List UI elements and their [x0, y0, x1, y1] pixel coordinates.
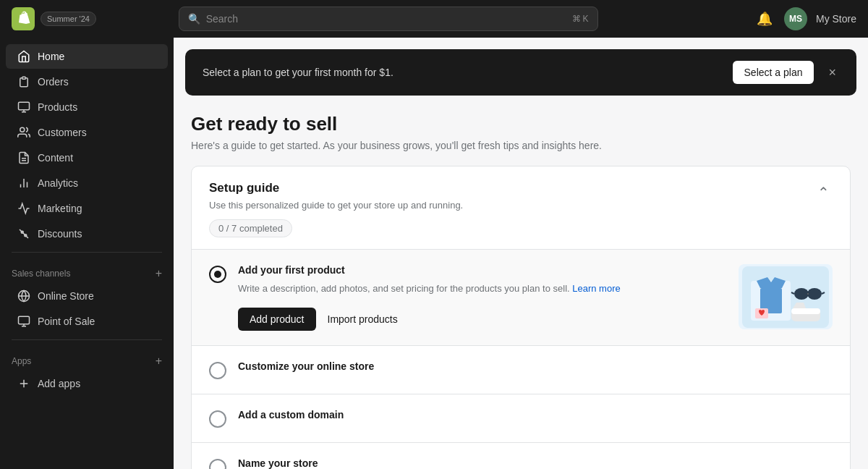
sidebar-item-label: Content: [38, 152, 73, 164]
setup-item-custom-domain[interactable]: Add a custom domain: [192, 394, 850, 443]
sidebar-item-add-apps[interactable]: Add apps: [6, 371, 168, 396]
item-title-name: Name your store: [238, 457, 833, 469]
add-apps-icon: [17, 377, 30, 390]
sales-channels-label: Sales channels +: [0, 258, 174, 283]
setup-card-header-content: Setup guide Use this personalized guide …: [209, 181, 463, 237]
notifications-button[interactable]: 🔔: [754, 8, 775, 30]
sidebar: Home Orders Products Customers: [0, 38, 174, 469]
search-bar[interactable]: 🔍 ⌘ K: [179, 7, 598, 31]
setup-guide-card: Setup guide Use this personalized guide …: [191, 166, 851, 469]
sidebar-item-content[interactable]: Content: [6, 145, 168, 170]
item-content-domain: Add a custom domain: [238, 409, 833, 426]
sidebar-item-discounts[interactable]: Discounts: [6, 221, 168, 246]
logo: Summer '24: [12, 7, 96, 30]
sidebar-item-home[interactable]: Home: [6, 44, 168, 69]
sidebar-item-label: Discounts: [38, 228, 82, 240]
search-input[interactable]: [206, 13, 566, 25]
item-check-add-product: [209, 266, 226, 283]
sidebar-item-label: Add apps: [38, 378, 80, 389]
search-icon: 🔍: [188, 13, 200, 25]
item-check-customize: [209, 362, 226, 379]
setup-item-add-product[interactable]: Add your first product Write a descripti…: [192, 250, 850, 346]
item-check-name: [209, 459, 226, 470]
customers-icon: [17, 126, 30, 139]
sidebar-item-label: Products: [38, 101, 77, 113]
topbar: Summer '24 🔍 ⌘ K 🔔 MS My Store: [0, 0, 868, 38]
svg-point-24: [794, 288, 809, 300]
item-title-add-product: Add your first product: [238, 264, 727, 276]
svg-rect-2: [19, 102, 30, 110]
products-icon: [17, 101, 30, 114]
topbar-right: 🔔 MS My Store: [754, 7, 856, 30]
sidebar-divider-2: [12, 339, 162, 340]
svg-point-25: [807, 288, 822, 300]
check-dot: [214, 271, 221, 278]
page-body: Get ready to sell Here's a guide to get …: [174, 96, 868, 469]
orders-icon: [17, 75, 30, 88]
item-check-domain: [209, 410, 226, 428]
collapse-button[interactable]: ⌃: [814, 181, 833, 204]
select-plan-button[interactable]: Select a plan: [733, 61, 814, 84]
sidebar-item-customers[interactable]: Customers: [6, 120, 168, 145]
setup-guide-desc: Use this personalized guide to get your …: [209, 200, 463, 211]
banner-close-button[interactable]: ×: [825, 63, 839, 82]
import-products-button[interactable]: Import products: [325, 308, 401, 331]
avatar: MS: [784, 7, 807, 30]
learn-more-link[interactable]: Learn more: [572, 283, 620, 294]
sidebar-item-online-store[interactable]: Online Store: [6, 284, 168, 308]
sidebar-item-label: Analytics: [38, 177, 78, 189]
sales-channels-expand[interactable]: +: [156, 267, 162, 280]
sidebar-item-label: Customers: [38, 127, 87, 138]
sidebar-item-label: Orders: [38, 76, 69, 88]
item-content-name: Name your store: [238, 457, 833, 470]
main-layout: Home Orders Products Customers: [0, 38, 868, 469]
sidebar-item-orders[interactable]: Orders: [6, 69, 168, 94]
setup-item-name-store[interactable]: Name your store: [192, 443, 850, 470]
item-title-customize: Customize your online store: [238, 360, 833, 372]
sidebar-divider: [12, 252, 162, 253]
sidebar-item-label: Point of Sale: [38, 316, 95, 327]
sidebar-item-label: Marketing: [38, 203, 82, 214]
add-product-button[interactable]: Add product: [238, 308, 316, 331]
page-subtitle: Here's a guide to get started. As your b…: [191, 140, 851, 151]
apps-expand[interactable]: +: [156, 355, 162, 368]
pos-icon: [17, 315, 30, 328]
sidebar-item-analytics[interactable]: Analytics: [6, 171, 168, 195]
plan-banner: Select a plan to get your first month fo…: [185, 49, 856, 96]
sidebar-item-label: Home: [38, 51, 64, 62]
svg-rect-16: [19, 316, 30, 324]
setup-item-customize-store[interactable]: Customize your online store: [192, 346, 850, 394]
item-content-add-product: Add your first product Write a descripti…: [238, 264, 727, 331]
sidebar-item-marketing[interactable]: Marketing: [6, 196, 168, 221]
progress-badge: 0 / 7 completed: [209, 219, 292, 237]
svg-line-13: [20, 229, 28, 238]
svg-point-5: [20, 127, 25, 132]
item-desc-add-product: Write a description, add photos, and set…: [238, 282, 727, 296]
item-actions-add-product: Add product Import products: [238, 308, 727, 331]
analytics-icon: [17, 177, 30, 190]
summer-badge: Summer '24: [41, 12, 96, 26]
home-icon: [17, 50, 30, 63]
content-area: Select a plan to get your first month fo…: [174, 38, 868, 469]
apps-label: Apps +: [0, 346, 174, 371]
store-name: My Store: [816, 13, 856, 25]
search-shortcut: ⌘ K: [572, 14, 589, 24]
sidebar-item-pos[interactable]: Point of Sale: [6, 309, 168, 334]
banner-text: Select a plan to get your first month fo…: [203, 67, 721, 78]
item-title-domain: Add a custom domain: [238, 409, 833, 421]
page-title: Get ready to sell: [191, 113, 851, 135]
setup-guide-title: Setup guide: [209, 181, 463, 195]
item-content-customize: Customize your online store: [238, 360, 833, 378]
sidebar-item-products[interactable]: Products: [6, 95, 168, 119]
setup-card-header: Setup guide Use this personalized guide …: [192, 166, 850, 250]
sidebar-item-label: Online Store: [38, 290, 94, 302]
content-icon: [17, 151, 30, 164]
marketing-icon: [17, 202, 30, 215]
svg-rect-30: [791, 308, 820, 314]
product-illustration: [739, 264, 833, 329]
discounts-icon: [17, 227, 30, 240]
svg-rect-1: [22, 77, 26, 79]
online-store-icon: [17, 290, 30, 303]
